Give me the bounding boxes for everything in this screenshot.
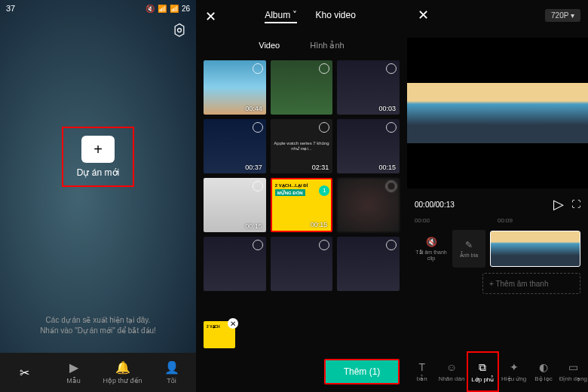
select-circle[interactable] (319, 240, 329, 250)
media-picker: ✕ Album ˅ Kho video Video Hình ảnh 00:44… (196, 0, 407, 392)
status-bar: 37 🔇 📶 📶 26 (0, 0, 196, 17)
signal-icon: 📶 (170, 5, 179, 13)
thumbnail-10[interactable] (271, 237, 333, 291)
thumbnail-8[interactable] (337, 178, 400, 232)
new-project-button[interactable]: + Dự án mới (62, 127, 134, 187)
resolution-button[interactable]: 720P ▾ (545, 9, 580, 22)
select-circle[interactable] (319, 122, 329, 133)
timeline-track: 🔇 Tắt âm thanh clip ✎ Ảnh bìa (407, 228, 588, 270)
empty-hint: Các dự án sẽ xuất hiện tại đây. Nhấn vào… (0, 315, 196, 336)
select-circle[interactable] (253, 122, 263, 133)
remove-selected-button[interactable]: ✕ (228, 318, 238, 329)
tool-Nhãn dán[interactable]: ☺Nhãn dán (436, 351, 466, 392)
mute-icon: 🔇 (145, 5, 155, 13)
media-type-tabs: Video Hình ảnh (196, 33, 407, 57)
expand-button[interactable]: ⛶ (571, 199, 580, 210)
duration-label: 00:44 (245, 105, 262, 112)
editor-header: ✕ 720P ▾ (407, 0, 588, 30)
status-icons: 🔇 📶 📶 26 (145, 5, 190, 13)
duration-label: 00:15 (378, 164, 396, 171)
close-button[interactable]: ✕ (202, 5, 219, 28)
subtab-image[interactable]: Hình ảnh (310, 41, 345, 51)
select-circle[interactable] (253, 63, 263, 74)
select-circle[interactable] (386, 122, 397, 133)
thumbnail-4[interactable]: Apple watch series 7 không như mọi...02:… (271, 119, 333, 173)
status-time: 37 (6, 4, 15, 13)
thumbnail-grid: 00:4400:0300:37Apple watch series 7 khôn… (196, 57, 407, 294)
time-display: 00:00/00:13 (415, 201, 455, 209)
thumbnail-5[interactable]: 00:15 (337, 119, 400, 173)
format-icon: ▭ (568, 361, 578, 373)
duration-label: 00:37 (245, 164, 262, 171)
nav-me[interactable]: 👤 Tôi (147, 353, 196, 392)
edit-icon: ✎ (465, 240, 473, 250)
thumbnail-11[interactable] (337, 237, 400, 291)
svg-marker-0 (175, 24, 184, 37)
new-project-label: Dự án mới (77, 167, 119, 178)
select-circle[interactable] (386, 240, 397, 250)
tool-Hiệu ứng[interactable]: ✦Hiệu ứng (499, 351, 528, 392)
selected-thumb[interactable]: 2 VẠCH ✕ (204, 321, 235, 348)
video-preview[interactable] (407, 38, 588, 188)
playback-controls: 00:00/00:13 ▷ ⛶ (407, 196, 588, 213)
settings-button[interactable] (172, 23, 187, 38)
user-icon: 👤 (164, 360, 179, 375)
select-circle[interactable] (386, 181, 397, 191)
template-icon: ▶ (69, 360, 78, 375)
tool-bản[interactable]: Tbản (407, 351, 436, 392)
thumbnail-2[interactable]: 00:03 (337, 60, 400, 115)
effect-icon: ✦ (510, 361, 519, 373)
scissors-icon: ✂ (20, 366, 29, 380)
chevron-down-icon: ˅ (292, 10, 297, 20)
editor-toolbar: Tbản☺Nhãn dán⧉Lớp phủ✦Hiệu ứng◐Bộ lọc▭Đị… (407, 351, 588, 392)
bell-icon: 🔔 (115, 360, 130, 375)
nav-templates[interactable]: ▶ Mẫu (49, 353, 98, 392)
thumbnail-3[interactable]: 00:37 (204, 119, 266, 173)
tool-Bộ lọc[interactable]: ◐Bộ lọc (528, 351, 558, 392)
select-circle[interactable] (253, 240, 263, 250)
duration-label: 00:15 (311, 221, 328, 228)
selection-badge: 1 (319, 185, 329, 196)
filter-icon: ◐ (539, 361, 548, 373)
preview-frame (407, 83, 588, 143)
nav-inbox[interactable]: 🔔 Hộp thư đến (98, 353, 147, 392)
select-circle[interactable] (319, 63, 329, 74)
thumbnail-0[interactable]: 00:44 (204, 60, 266, 115)
mute-clip-button[interactable]: 🔇 Tắt âm thanh clip (415, 230, 448, 268)
duration-label: 02:31 (312, 164, 329, 171)
select-circle[interactable] (386, 63, 397, 74)
duration-label: 00:15 (245, 222, 262, 230)
speaker-icon: 🔇 (426, 237, 437, 247)
wifi-icon: 📶 (158, 5, 167, 13)
picker-header: ✕ Album ˅ Kho video (196, 0, 407, 33)
play-button[interactable]: ▷ (553, 196, 564, 213)
source-tabs: Album ˅ Kho video (219, 10, 401, 23)
T-icon: T (418, 361, 425, 373)
svg-point-1 (178, 29, 182, 32)
timeline-ruler: 00:00 00:09 (407, 213, 588, 228)
home-screen: 37 🔇 📶 📶 26 + Dự án mới Các dự án sẽ xuấ… (0, 0, 196, 392)
tool-Định dạng[interactable]: ▭Định dạng (559, 351, 588, 392)
nav-edit[interactable]: ✂ (0, 353, 49, 392)
video-clip[interactable] (490, 231, 580, 267)
sticker-icon: ☺ (446, 361, 457, 373)
tab-album[interactable]: Album ˅ (265, 10, 297, 23)
cover-button[interactable]: ✎ Ảnh bìa (452, 230, 485, 268)
thumbnail-9[interactable] (204, 237, 266, 291)
battery-text: 26 (182, 5, 190, 13)
select-circle[interactable] (253, 181, 263, 191)
overlay-icon: ⧉ (479, 361, 486, 374)
close-button[interactable]: ✕ (415, 4, 432, 26)
add-audio-button[interactable]: + Thêm âm thanh (482, 273, 580, 294)
subtab-video[interactable]: Video (259, 41, 280, 50)
add-button[interactable]: Thêm (1) (324, 359, 400, 384)
tool-Lớp phủ[interactable]: ⧉Lớp phủ (467, 351, 499, 392)
tab-stock[interactable]: Kho video (315, 10, 355, 23)
plus-icon: + (81, 136, 115, 163)
duration-label: 00:03 (378, 105, 396, 112)
thumbnail-6[interactable]: 00:15 (204, 178, 266, 232)
editor-screen: ✕ 720P ▾ 00:00/00:13 ▷ ⛶ 00:00 00:09 🔇 T… (407, 0, 588, 392)
thumbnail-1[interactable] (271, 60, 333, 115)
thumbnail-7[interactable]: 2 VẠCH...LẠI ĐÍMỪNG ĐÓN100:15 (271, 178, 333, 232)
bottom-nav: ✂ ▶ Mẫu 🔔 Hộp thư đến 👤 Tôi (0, 353, 196, 392)
